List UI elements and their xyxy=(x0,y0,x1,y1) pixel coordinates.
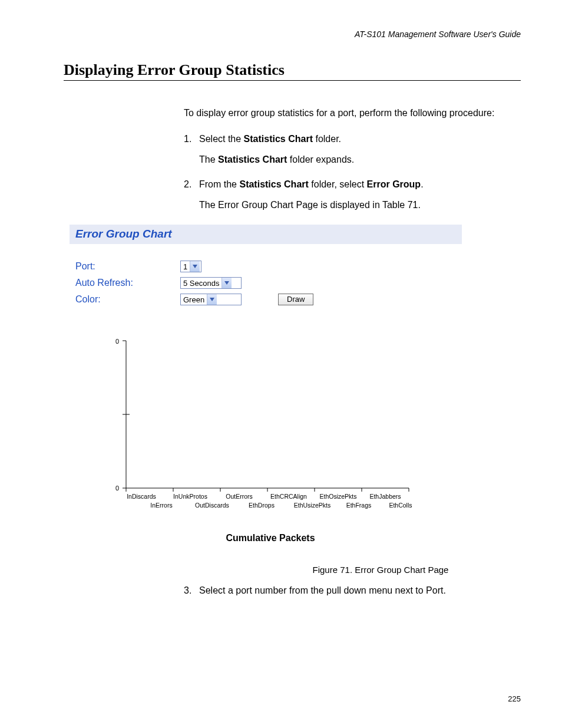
svg-text:OutErrors: OutErrors xyxy=(226,493,253,500)
y-tick-top: 0 xyxy=(115,338,119,345)
svg-text:InErrors: InErrors xyxy=(150,502,172,509)
chevron-down-icon xyxy=(190,261,200,272)
page-number: 225 xyxy=(508,694,521,703)
svg-text:InUnkProtos: InUnkProtos xyxy=(173,493,207,500)
step-3: 3. Select a port number from the pull do… xyxy=(184,585,521,596)
svg-text:EthUsizePkts: EthUsizePkts xyxy=(294,502,330,509)
chevron-down-icon xyxy=(207,294,217,305)
refresh-row: Auto Refresh: 5 Seconds xyxy=(75,277,456,289)
port-value: 1 xyxy=(181,261,190,272)
intro-text: To display error group statistics for a … xyxy=(184,107,521,120)
port-label: Port: xyxy=(75,261,180,272)
section-title: Displaying Error Group Statistics xyxy=(64,61,521,81)
color-value: Green xyxy=(181,294,207,305)
color-select[interactable]: Green xyxy=(180,294,242,305)
step-number: 1. xyxy=(184,133,199,146)
svg-text:OutDiscards: OutDiscards xyxy=(195,502,229,509)
step-number: 3. xyxy=(184,585,199,596)
y-tick-bottom: 0 xyxy=(115,485,119,492)
port-select[interactable]: 1 xyxy=(180,261,201,272)
step-number: 2. xyxy=(184,178,199,191)
error-group-chart: 0 0 InDiscards InUnkProtos OutErrors Eth… xyxy=(103,335,432,518)
svg-text:InDiscards: InDiscards xyxy=(127,493,156,500)
form-area: Port: 1 Auto Refresh: 5 Seconds xyxy=(70,244,462,316)
step-body: From the Statistics Chart folder, select… xyxy=(199,178,521,191)
panel-header: Error Group Chart xyxy=(70,225,462,244)
svg-text:EthFrags: EthFrags xyxy=(346,502,372,509)
chart-x-label: Cumulative Packets xyxy=(79,533,462,543)
error-group-panel: Error Group Chart Port: 1 Auto Refresh: … xyxy=(70,225,462,543)
color-label: Color: xyxy=(75,294,180,305)
chevron-down-icon xyxy=(222,278,232,288)
panel-title: Error Group Chart xyxy=(75,228,172,240)
svg-text:EthCRCAlign: EthCRCAlign xyxy=(270,493,307,500)
step-1-follow: The Statistics Chart folder expands. xyxy=(199,153,521,166)
svg-text:EthOsizePkts: EthOsizePkts xyxy=(319,493,356,500)
refresh-select[interactable]: 5 Seconds xyxy=(180,277,242,289)
step-1: 1. Select the Statistics Chart folder. xyxy=(184,133,521,146)
draw-button[interactable]: Draw xyxy=(278,294,313,305)
step-body: Select a port number from the pull down … xyxy=(199,585,521,596)
svg-text:EthColls: EthColls xyxy=(389,502,412,509)
step-2: 2. From the Statistics Chart folder, sel… xyxy=(184,178,521,191)
refresh-value: 5 Seconds xyxy=(181,278,222,288)
color-row: Color: Green Draw xyxy=(75,294,456,305)
figure-caption: Figure 71. Error Group Chart Page xyxy=(240,565,521,575)
svg-text:EthJabbers: EthJabbers xyxy=(369,493,401,500)
port-row: Port: 1 xyxy=(75,261,456,272)
svg-text:EthDrops: EthDrops xyxy=(249,502,275,509)
content-block: To display error group statistics for a … xyxy=(184,107,521,212)
refresh-label: Auto Refresh: xyxy=(75,278,180,288)
chart-area: 0 0 InDiscards InUnkProtos OutErrors Eth… xyxy=(103,335,462,543)
step-2-follow: The Error Group Chart Page is displayed … xyxy=(199,199,521,212)
step-body: Select the Statistics Chart folder. xyxy=(199,133,521,146)
page-header: AT-S101 Management Software User's Guide xyxy=(64,29,521,39)
